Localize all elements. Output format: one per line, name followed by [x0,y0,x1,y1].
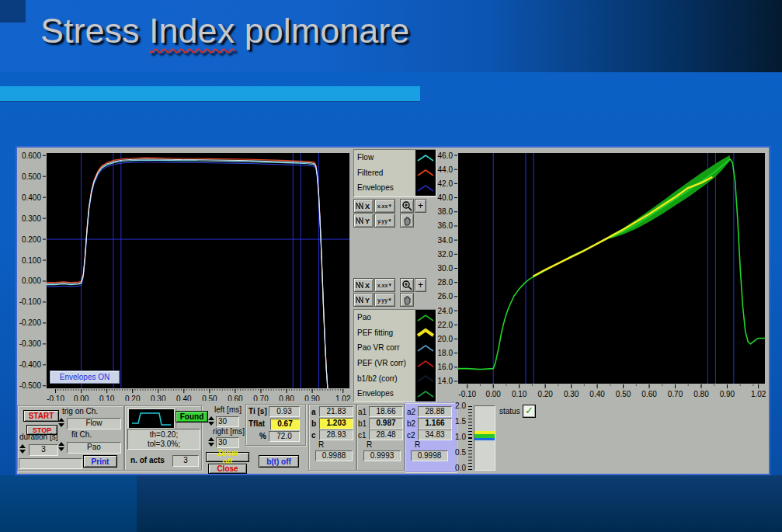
dropdown-arrow-icon: ▼ [388,297,392,303]
x-tick-label: 0.10 [512,390,527,398]
plus-icon: + [418,200,423,211]
line-sample-icon [415,325,436,341]
legend-pao: PaoPEF fittingPao VR corrPEF (VR corr)b1… [353,309,436,402]
y-tick-label: 24.0 [438,307,454,315]
x-format-button[interactable]: x.xx▼ [374,278,395,292]
x-tick-label: 0.90 [720,390,735,398]
zoom-tool-button[interactable] [400,278,414,292]
b1-field: 0.987 [369,418,403,429]
y-tick-label: -0.500 [19,381,42,390]
tflat-field: 0.67 [270,419,300,430]
y-tick-label: -0.300 [19,339,42,348]
y-autoscale-button[interactable]: Y [353,293,374,307]
legend-item-envelopes[interactable]: Envelopes [354,386,436,402]
trig-channel-label: trig on Ch. [62,407,98,416]
left-ms-field[interactable]: 30 [216,416,239,427]
x-tick-label: 0.20 [125,395,141,401]
legend-item-pao-vr-corr[interactable]: Pao VR corr [354,340,436,356]
dropdown-arrow-icon: ▼ [388,218,392,224]
x-tick-label: 0.60 [641,390,657,398]
duration-spinner[interactable] [19,443,26,454]
percent-label: % [259,432,266,440]
x-tick-label: 0.40 [176,395,192,401]
legend-item-pef-vr-corr-[interactable]: PEF (VR corr) [354,356,436,371]
svg-text:Y: Y [365,297,370,304]
r-label: R [318,440,324,449]
line-sample-icon [415,386,436,402]
legend-item-envelopes[interactable]: Envelopes [354,180,436,196]
a-field: 21.83 [319,406,353,417]
line-sample-icon [415,356,436,371]
status-checkbox[interactable]: ✓ [523,405,536,418]
cursor-tool-button[interactable]: + [415,199,426,213]
legend-label: Pao [354,313,415,322]
r1-label: R [367,440,372,449]
duration-field[interactable]: 3 [29,444,58,456]
y-tick-label: 18.0 [438,349,454,357]
zoom-off-button[interactable]: Zoom off [206,452,249,462]
pan-tool-button[interactable] [400,293,414,307]
legend-label: PEF (VR corr) [354,359,415,367]
x-scale-icon: X [355,201,372,210]
legend-label: Envelopes [354,183,415,192]
legend-item-pef-fitting[interactable]: PEF fitting [354,325,436,341]
y-tick-label: 20.0 [438,335,454,343]
legend-label: Envelopes [354,389,415,398]
title-text-misspelled: Index [149,11,235,50]
zoom-tool-button[interactable] [400,199,414,213]
trig-channel-spinner[interactable] [58,417,64,428]
x-tick-label: 0.30 [151,395,166,401]
line-sample-icon [415,180,436,196]
x-tick-label: 0.80 [279,395,294,401]
envelopes-on-button[interactable]: Envelopes ON [50,370,120,384]
x-format-button[interactable]: x.xx▼ [374,199,395,213]
y-tick-label: -0.100 [19,297,42,306]
color-ramp-slider[interactable] [474,405,495,471]
filename-field[interactable] [19,458,82,469]
x-autoscale-button[interactable]: X [353,278,374,292]
x-tick-label: 0.60 [228,395,243,401]
fit-channel-spinner[interactable] [58,441,64,452]
accent-bar [0,86,420,102]
found-indicator[interactable]: Found [176,411,208,422]
start-button[interactable]: START [23,410,59,422]
legend-item-flow[interactable]: Flow [354,150,436,165]
y-tick-label: 32.0 [438,250,454,259]
x-tick-label: -0.10 [47,395,64,401]
bt-off-button[interactable]: b(t) off [259,455,299,468]
print-button[interactable]: Print [83,455,117,468]
y-tick-label: 46.0 [438,151,454,160]
y-tick-label: 38.0 [438,207,454,216]
legend-item-b1-b2-corr-[interactable]: b1/b2 (corr) [354,370,436,386]
close-button[interactable]: Close [208,464,247,474]
fit-channel-select[interactable]: Pao [67,442,121,454]
pan-tool-button[interactable] [400,214,414,228]
x-tick-label: 1.02 [751,390,766,398]
line-sample-icon [415,340,436,356]
x-tick-label: 0.00 [485,390,501,398]
r2-field: 0.9998 [411,450,448,461]
y-tick-label: 34.0 [438,236,454,245]
title-text: polmonare [235,11,409,50]
y-tick-label: 0.600 [22,151,41,160]
x-format-label: x.xx [377,283,388,288]
legend-item-filtered[interactable]: Filtered [354,165,436,181]
threshold-value: th=0.20; [150,430,178,439]
b2-field: 1.166 [418,418,452,429]
a1-label: a1 [358,408,367,416]
y-autoscale-button[interactable]: Y [353,214,374,228]
scale-tick-label: 0.5 [449,448,466,457]
trig-channel-select[interactable]: Flow [67,418,121,429]
dropdown-arrow-icon: ▼ [388,283,392,288]
y-format-button[interactable]: y.yy▼ [374,214,395,228]
right-ms-field[interactable]: 30 [216,437,239,448]
cursor-tool-button[interactable]: + [415,278,426,292]
page-title: Stress Index polmonare [40,11,409,51]
left-ms-spinner[interactable] [208,416,214,426]
graph-palette-bottom: X x.xx▼ + Y y.yy▼ [353,278,431,309]
duration-label: duration [s] [19,433,57,441]
legend-item-pao[interactable]: Pao [354,310,436,325]
x-autoscale-button[interactable]: X [353,199,374,213]
right-ms-spinner[interactable] [208,436,214,447]
y-format-button[interactable]: y.yy▼ [374,293,395,307]
